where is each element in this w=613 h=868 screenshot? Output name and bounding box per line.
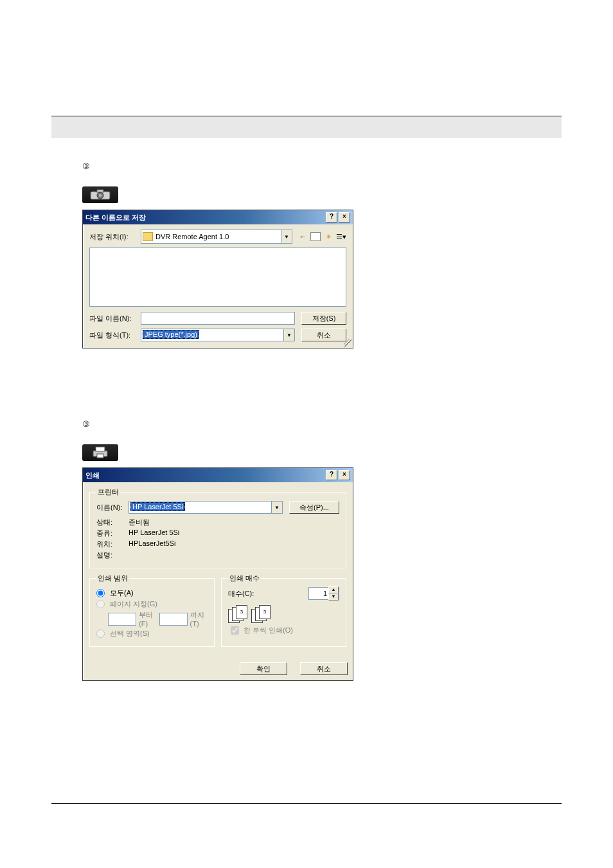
collate-label: 한 부씩 인쇄(O) <box>244 626 293 635</box>
range-selection-radio: 선택 영역(S) <box>96 629 208 638</box>
range-pages-radio: 페이지 지정(G) <box>96 599 208 609</box>
range-all-radio[interactable]: 모두(A) <box>96 588 208 598</box>
save-location-value: DVR Remote Agent 1.0 <box>155 233 229 240</box>
bottom-horizontal-rule <box>51 803 562 804</box>
printer-name-combo[interactable]: HP LaserJet 5Si ▼ <box>129 501 283 514</box>
copies-legend: 인쇄 매수 <box>228 574 261 583</box>
file-list-pane[interactable] <box>89 248 346 307</box>
copies-input[interactable] <box>309 590 328 597</box>
chevron-down-icon[interactable]: ▼ <box>283 329 294 341</box>
print-dialog: 인쇄 ? × 프린터 이름(N): HP LaserJet 5Si ▼ 속성(P… <box>82 467 353 681</box>
svg-rect-1 <box>97 190 103 192</box>
cancel-button[interactable]: 취소 <box>300 662 348 675</box>
grey-header-band <box>51 116 562 138</box>
range-legend: 인쇄 범위 <box>96 574 129 583</box>
help-button[interactable]: ? <box>326 212 337 222</box>
section-marker-3-a: ③ <box>82 161 562 171</box>
range-selection-input <box>96 629 105 638</box>
section-marker-3-b: ③ <box>82 419 562 429</box>
range-pages-input <box>96 600 105 608</box>
where-label: 위치: <box>96 539 129 549</box>
range-from-to-row: 부터(F) 까지(T) <box>96 610 208 628</box>
range-selection-label: 선택 영역(S) <box>110 629 150 638</box>
range-to-label: 까지(T) <box>190 610 208 628</box>
collate-checkbox <box>231 626 239 635</box>
close-button[interactable]: × <box>339 470 350 480</box>
resize-grip[interactable] <box>344 339 351 347</box>
file-type-value: JPEG type(*.jpg) <box>143 330 199 339</box>
chevron-down-icon[interactable]: ▼ <box>271 502 282 513</box>
collate-stack-a: 123 <box>228 605 247 622</box>
svg-rect-6 <box>97 454 103 458</box>
save-location-combo[interactable]: DVR Remote Agent 1.0 ▼ <box>141 230 292 244</box>
print-titlebar: 인쇄 ? × <box>83 468 353 482</box>
file-name-label: 파일 이름(N): <box>89 314 141 323</box>
save-as-dialog: 다른 이름으로 저장 ? × 저장 위치(I): DVR Remote Agen… <box>82 210 353 348</box>
comment-label: 설명: <box>96 550 129 560</box>
copies-spinner[interactable]: ▲ ▼ <box>308 587 339 600</box>
print-range-group: 인쇄 범위 모두(A) 페이지 지정(G) 부터(F) 까지(T) <box>89 574 215 647</box>
back-icon[interactable]: ← <box>298 231 308 242</box>
where-value: HPLaserJet5Si <box>129 539 175 549</box>
collate-checkbox-row: 한 부씩 인쇄(O) <box>228 624 339 637</box>
spin-down-icon[interactable]: ▼ <box>328 593 339 601</box>
ok-button[interactable]: 확인 <box>240 662 287 675</box>
close-button[interactable]: × <box>339 212 350 222</box>
save-button[interactable]: 저장(S) <box>301 312 346 325</box>
printer-legend: 프린터 <box>96 487 120 497</box>
print-title-text: 인쇄 <box>85 471 100 480</box>
collate-graphic: 123 123 <box>228 605 339 622</box>
copies-group: 인쇄 매수 매수(C): ▲ ▼ 123 <box>221 574 346 647</box>
range-all-input[interactable] <box>96 589 105 597</box>
views-icon[interactable]: ☰▾ <box>336 231 346 242</box>
type-label: 종류: <box>96 529 129 538</box>
cancel-button[interactable]: 취소 <box>301 329 346 341</box>
file-name-input[interactable] <box>141 312 295 325</box>
help-button[interactable]: ? <box>326 470 337 480</box>
properties-button[interactable]: 속성(P)... <box>289 501 339 514</box>
file-type-label: 파일 형식(T): <box>89 330 141 340</box>
svg-point-3 <box>99 194 102 197</box>
range-to-input <box>159 613 188 626</box>
range-from-input <box>108 613 136 626</box>
chevron-down-icon[interactable]: ▼ <box>281 230 292 243</box>
collate-stack-b: 123 <box>251 605 271 622</box>
status-value: 준비됨 <box>129 518 150 527</box>
range-all-label: 모두(A) <box>110 588 134 598</box>
copies-label: 매수(C): <box>228 589 254 599</box>
range-pages-label: 페이지 지정(G) <box>110 599 157 609</box>
save-as-titlebar: 다른 이름으로 저장 ? × <box>83 210 353 224</box>
file-type-combo[interactable]: JPEG type(*.jpg) ▼ <box>141 329 295 341</box>
status-label: 상태: <box>96 518 129 527</box>
svg-rect-5 <box>96 447 105 451</box>
print-icon[interactable] <box>82 444 118 461</box>
printer-name-label: 이름(N): <box>96 503 129 512</box>
up-one-level-icon[interactable] <box>310 232 321 241</box>
camera-capture-icon[interactable] <box>82 186 118 203</box>
new-folder-icon[interactable]: ✶ <box>323 231 333 242</box>
save-location-label: 저장 위치(I): <box>89 232 141 242</box>
folder-icon <box>143 232 153 241</box>
spin-up-icon[interactable]: ▲ <box>328 586 339 593</box>
type-value: HP LaserJet 5Si <box>129 529 179 538</box>
save-as-title-text: 다른 이름으로 저장 <box>85 213 146 222</box>
range-from-label: 부터(F) <box>139 610 157 628</box>
printer-group: 프린터 이름(N): HP LaserJet 5Si ▼ 속성(P)... 상태… <box>89 487 346 568</box>
printer-name-value: HP LaserJet 5Si <box>130 502 185 511</box>
